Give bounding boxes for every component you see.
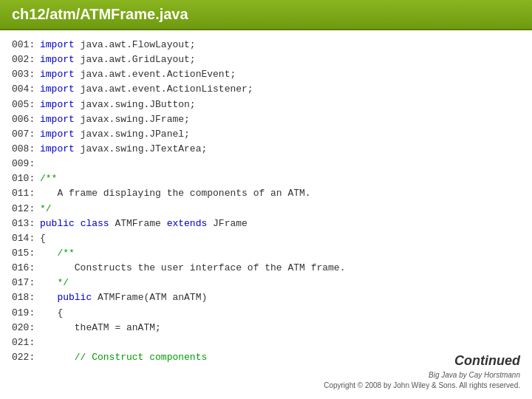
line-number: 016: xyxy=(12,261,40,276)
line-code: // Construct components xyxy=(40,350,207,365)
line-number: 013: xyxy=(12,216,40,231)
line-number: 007: xyxy=(12,127,40,142)
line-number: 002: xyxy=(12,52,40,67)
line-code: import java.awt.FlowLayout; xyxy=(40,38,196,52)
line-code: import javax.swing.JFrame; xyxy=(40,112,190,127)
code-line: 014:{ xyxy=(12,231,520,246)
line-number: 014: xyxy=(12,231,40,246)
line-code: import javax.swing.JPanel; xyxy=(40,127,190,142)
line-code: import javax.swing.JButton; xyxy=(40,98,196,112)
code-line: 004:import java.awt.event.ActionListener… xyxy=(12,82,520,97)
line-code: */ xyxy=(40,276,69,290)
line-code: public class ATMFrame extends JFrame xyxy=(40,216,248,231)
line-code: */ xyxy=(40,202,52,216)
line-code: /** xyxy=(40,171,57,186)
code-line: 011: A frame displaying the components o… xyxy=(12,186,520,201)
code-block: 001:import java.awt.FlowLayout;002:impor… xyxy=(12,38,520,365)
line-number: 001: xyxy=(12,38,40,52)
code-line: 018: public ATMFrame(ATM anATM) xyxy=(12,290,520,305)
line-number: 015: xyxy=(12,246,40,261)
code-line: 009: xyxy=(12,157,520,171)
footer-right: Continued Big Java by Cay Horstmann Copy… xyxy=(324,353,520,391)
line-number: 004: xyxy=(12,82,40,97)
code-line: 021: xyxy=(12,335,520,350)
code-line: 020: theATM = anATM; xyxy=(12,321,520,335)
line-code: { xyxy=(40,306,63,321)
line-number: 006: xyxy=(12,112,40,127)
content-area: 001:import java.awt.FlowLayout;002:impor… xyxy=(0,30,532,395)
line-number: 012: xyxy=(12,202,40,216)
line-code: import javax.swing.JTextArea; xyxy=(40,142,207,157)
line-number: 018: xyxy=(12,290,40,305)
line-number: 021: xyxy=(12,335,40,350)
code-line: 007:import javax.swing.JPanel; xyxy=(12,127,520,142)
line-number: 022: xyxy=(12,350,40,365)
code-line: 008:import javax.swing.JTextArea; xyxy=(12,142,520,157)
line-code: /** xyxy=(40,246,75,261)
line-code: import java.awt.GridLayout; xyxy=(40,52,196,67)
line-code: A frame displaying the components of an … xyxy=(40,186,311,201)
page-title: ch12/atm/ATMFrame.java xyxy=(12,6,520,23)
code-line: 003:import java.awt.event.ActionEvent; xyxy=(12,67,520,82)
line-code: theATM = anATM; xyxy=(40,321,161,335)
continued-label: Continued xyxy=(324,353,520,369)
code-line: 013:public class ATMFrame extends JFrame xyxy=(12,216,520,231)
line-number: 008: xyxy=(12,142,40,157)
line-code: { xyxy=(40,231,46,246)
line-number: 019: xyxy=(12,306,40,321)
copyright-line2: Copyright © 2008 by John Wiley & Sons. A… xyxy=(324,381,520,391)
code-line: 016: Constructs the user interface of th… xyxy=(12,261,520,276)
line-number: 010: xyxy=(12,171,40,186)
line-code: import java.awt.event.ActionEvent; xyxy=(40,67,236,82)
line-number: 017: xyxy=(12,276,40,290)
line-code: Constructs the user interface of the ATM… xyxy=(40,261,345,276)
line-number: 011: xyxy=(12,186,40,201)
code-line: 012:*/ xyxy=(12,202,520,216)
code-line: 017: */ xyxy=(12,276,520,290)
line-number: 009: xyxy=(12,157,40,171)
title-bar: ch12/atm/ATMFrame.java xyxy=(0,0,532,30)
code-line: 001:import java.awt.FlowLayout; xyxy=(12,38,520,52)
line-code: public ATMFrame(ATM anATM) xyxy=(40,290,207,305)
code-line: 010:/** xyxy=(12,171,520,186)
code-line: 015: /** xyxy=(12,246,520,261)
line-number: 005: xyxy=(12,98,40,112)
line-code: import java.awt.event.ActionListener; xyxy=(40,82,253,97)
code-line: 006:import javax.swing.JFrame; xyxy=(12,112,520,127)
code-line: 002:import java.awt.GridLayout; xyxy=(12,52,520,67)
code-line: 019: { xyxy=(12,306,520,321)
copyright-line1: Big Java by Cay Horstmann xyxy=(324,370,520,381)
line-number: 020: xyxy=(12,321,40,335)
code-line: 005:import javax.swing.JButton; xyxy=(12,98,520,112)
line-number: 003: xyxy=(12,67,40,82)
